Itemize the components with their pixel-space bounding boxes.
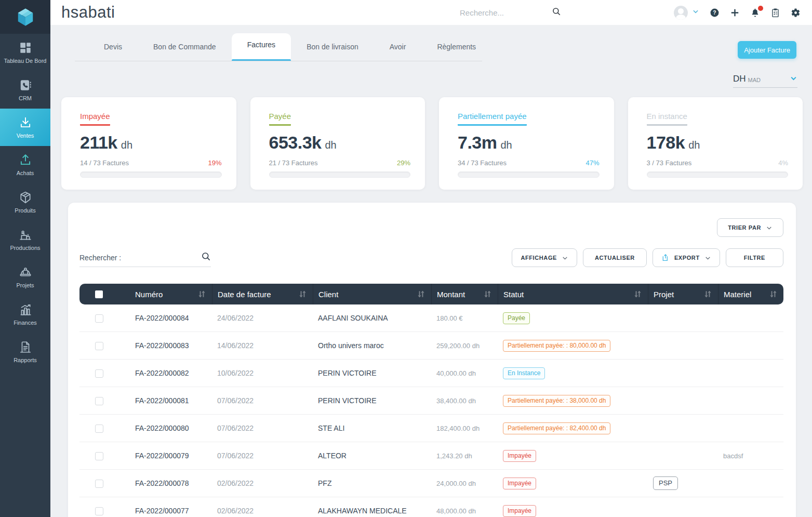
cell-client: STE ALI (313, 424, 431, 432)
column-header-numero[interactable]: Numéro (118, 284, 212, 304)
sidebar-item-rapports[interactable]: Rapports (0, 333, 50, 370)
stat-cards: Impayée211kdh14 / 73 Factures19%Payée653… (61, 97, 803, 190)
table-row[interactable]: FA-2022/00007802/06/2022PFZ24,000.00 dhI… (79, 470, 783, 497)
table-row[interactable]: FA-2022/00007702/06/2022ALAKHAWAYN MEDIC… (79, 497, 783, 517)
row-checkbox[interactable] (95, 425, 103, 433)
cell-montant: 182,400.00 dh (431, 425, 498, 432)
cell-client: ALTEOR (313, 452, 431, 460)
stat-card-count: 34 / 73 Factures (458, 159, 507, 167)
column-header-projet[interactable]: Projet (648, 284, 718, 304)
status-badge: En Instance (503, 367, 545, 379)
row-checkbox[interactable] (95, 369, 103, 378)
column-header-label: Projet (654, 290, 674, 299)
column-header-date-de-facture[interactable]: Date de facture (212, 284, 313, 304)
column-header-label: Numéro (135, 290, 163, 299)
sidebar-item-crm[interactable]: CRM (0, 71, 50, 109)
sidebar-item-ventes[interactable]: Ventes (0, 109, 50, 146)
tab-bon-de-commande[interactable]: Bon de Commande (138, 33, 232, 60)
clipboard-icon[interactable] (770, 8, 780, 18)
refresh-button[interactable]: ACTUALISER (583, 248, 647, 267)
row-checkbox[interactable] (95, 480, 103, 488)
sort-icon[interactable] (418, 290, 424, 298)
tab-label: Bon de Commande (153, 43, 216, 51)
column-header-label: Statut (503, 290, 524, 299)
sort-icon[interactable] (198, 290, 205, 298)
plus-icon[interactable] (730, 8, 740, 18)
column-header-client[interactable]: Client (313, 284, 431, 304)
table-row[interactable]: FA-2022/00008107/06/2022PERIN VICTOIRE38… (79, 387, 783, 415)
filter-button[interactable]: FILTRE (726, 248, 783, 267)
header-search-input[interactable] (460, 8, 545, 17)
display-button[interactable]: AFFICHAGE (512, 248, 577, 267)
avatar[interactable] (674, 6, 688, 20)
user-menu[interactable] (674, 6, 699, 20)
select-all-checkbox[interactable] (79, 284, 118, 304)
sort-icon[interactable] (770, 290, 777, 298)
logo-cube-icon (16, 7, 35, 27)
add-facture-button[interactable]: Ajouter Facture (738, 41, 796, 59)
sort-by-button[interactable]: TRIER PAR (717, 218, 783, 237)
table-row[interactable]: FA-2022/00007907/06/2022ALTEOR1,243.20 d… (79, 442, 783, 470)
row-checkbox[interactable] (95, 314, 103, 323)
app-logo[interactable] (0, 0, 50, 34)
sidebar-item-productions[interactable]: Productions (0, 221, 50, 258)
row-checkbox[interactable] (95, 507, 103, 515)
export-button[interactable]: EXPORT (653, 248, 720, 267)
table-search: Rechercher : (79, 251, 211, 267)
cell-client: ALAKHAWAYN MEDICALE (313, 507, 431, 515)
cell-montant: 24,000.00 dh (431, 480, 498, 487)
tab-devis[interactable]: Devis (88, 33, 138, 60)
sidebar-item-projets[interactable]: Projets (0, 258, 50, 296)
header-search[interactable] (460, 7, 564, 18)
sort-icon[interactable] (634, 290, 641, 298)
row-checkbox[interactable] (95, 452, 103, 460)
column-header-label: Client (318, 290, 338, 299)
table-body: FA-2022/00008424/06/2022AAFLANI SOUKAINA… (79, 304, 783, 517)
tab-reglements[interactable]: Règlements (421, 33, 491, 60)
stat-card-unit: dh (688, 139, 700, 151)
report-icon (19, 340, 32, 354)
content: DevisBon de CommandeFacturesBon de livra… (50, 25, 812, 517)
table-row[interactable]: FA-2022/00008314/06/2022Ortho univers ma… (79, 332, 783, 360)
bell-icon[interactable] (750, 8, 760, 18)
column-header-statut[interactable]: Statut (498, 284, 648, 304)
crm-icon (19, 78, 32, 92)
tab-factures[interactable]: Factures (232, 33, 291, 60)
row-checkbox[interactable] (95, 342, 103, 350)
chevron-down-icon (790, 74, 797, 84)
table-row[interactable]: FA-2022/00008424/06/2022AAFLANI SOUKAINA… (79, 304, 783, 332)
stat-card-label: Impayée (80, 112, 110, 126)
notification-dot (758, 6, 763, 11)
sort-icon[interactable] (704, 290, 711, 298)
gear-icon[interactable] (791, 8, 801, 18)
table-row[interactable]: FA-2022/00008007/06/2022STE ALI182,400.0… (79, 415, 783, 442)
chevron-down-icon[interactable] (692, 8, 699, 17)
row-checkbox[interactable] (95, 397, 103, 405)
stat-card-value: 178k (647, 132, 685, 153)
sort-icon[interactable] (484, 290, 491, 298)
column-header-montant[interactable]: Montant (431, 284, 498, 304)
table-search-input[interactable] (124, 254, 198, 261)
sidebar-item-achats[interactable]: Achats (0, 146, 50, 183)
sidebar-item-finances[interactable]: Finances (0, 296, 50, 333)
help-icon[interactable]: ? (710, 8, 720, 18)
currency-select[interactable]: DH MAD (733, 74, 797, 88)
sort-icon[interactable] (299, 290, 306, 298)
tab-bon-de-livraison[interactable]: Bon de livraison (291, 33, 374, 60)
tab-avoir[interactable]: Avoir (374, 33, 422, 60)
stat-card-impayee: Impayée211kdh14 / 73 Factures19% (61, 97, 236, 190)
chevron-down-icon (766, 224, 773, 231)
column-header-materiel[interactable]: Materiel (718, 284, 783, 304)
sidebar-item-tableau-de-bord[interactable]: Tableau De Bord (0, 34, 50, 71)
stat-card-count: 21 / 73 Factures (269, 159, 318, 167)
tabs: DevisBon de CommandeFacturesBon de livra… (88, 33, 803, 60)
tab-label: Devis (104, 43, 122, 51)
cell-montant: 259,200.00 dh (431, 342, 498, 350)
column-header-label: Date de facture (218, 290, 271, 299)
search-icon[interactable] (552, 7, 561, 18)
search-icon[interactable] (201, 251, 211, 263)
cell-date: 07/06/2022 (212, 396, 313, 405)
sidebar-item-produits[interactable]: Produits (0, 183, 50, 221)
table-row[interactable]: FA-2022/00008210/06/2022PERIN VICTOIRE40… (79, 360, 783, 387)
tabs-divider (75, 61, 482, 61)
